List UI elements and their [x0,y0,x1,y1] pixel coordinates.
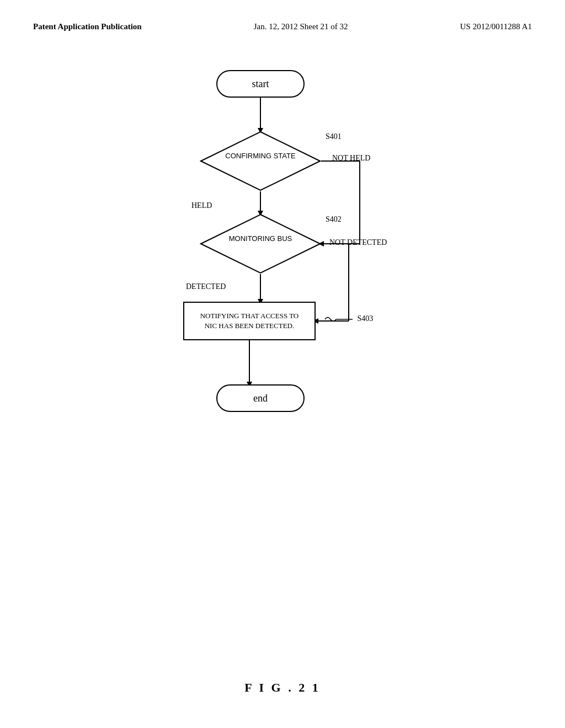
date-sheet-label: Jan. 12, 2012 Sheet 21 of 32 [254,22,348,31]
diamond-s402: MONITORING BUS [200,213,321,274]
diagram-area: start S401 CONFIRMING STATE NOT HELD HEL… [0,42,565,495]
arrows-overlay [128,65,437,495]
svg-text:CONFIRMING STATE: CONFIRMING STATE [225,152,296,160]
page-header: Patent Application Publication Jan. 12, … [0,0,565,42]
detected-text: DETECTED [186,282,226,291]
end-terminal: end [216,384,305,412]
notify-line1: NOTIFYING THAT ACCESS TO [200,311,299,321]
svg-marker-18 [201,215,320,273]
s401-text: S401 [326,132,342,141]
diamond-s401: CONFIRMING STATE [200,131,321,191]
not-held-text: NOT HELD [332,154,370,162]
end-label: end [253,393,268,404]
publication-label: Patent Application Publication [33,22,142,31]
s401-label: S401 [326,132,342,141]
start-terminal: start [216,70,305,98]
patent-number-label: US 2012/0011288 A1 [460,22,532,31]
flowchart: start S401 CONFIRMING STATE NOT HELD HEL… [128,65,437,495]
start-label: start [252,78,269,90]
held-label: HELD [191,201,212,210]
not-detected-label: NOT DETECTED [329,238,387,247]
s403-text: S403 [358,314,374,323]
not-held-label: NOT HELD [332,154,370,163]
svg-text:MONITORING BUS: MONITORING BUS [229,234,292,243]
notify-text: NOTIFYING THAT ACCESS TO NIC HAS BEEN DE… [200,311,299,331]
svg-marker-16 [201,132,320,190]
not-detected-text: NOT DETECTED [329,238,387,247]
notify-box: NOTIFYING THAT ACCESS TO NIC HAS BEEN DE… [183,302,316,340]
s402-label: S402 [326,215,342,224]
detected-label: DETECTED [186,282,226,291]
s402-text: S402 [326,215,342,223]
figure-label: F I G . 2 1 [0,681,565,695]
held-text: HELD [191,201,212,210]
s403-label: S403 [322,313,373,326]
notify-line2: NIC HAS BEEN DETECTED. [200,321,299,331]
